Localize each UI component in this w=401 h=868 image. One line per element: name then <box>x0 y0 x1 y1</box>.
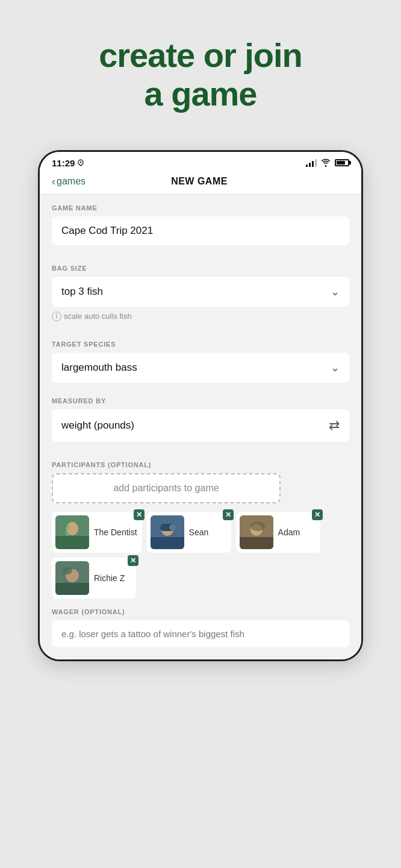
svg-point-10 <box>169 524 175 530</box>
measured-by-label: MEASURED BY <box>52 397 349 404</box>
avatar <box>55 515 89 549</box>
add-participants-button[interactable]: add participants to game <box>52 473 281 503</box>
hero-section: create or join a game <box>0 0 401 138</box>
participant-name: Adam <box>278 527 300 537</box>
avatar <box>240 515 273 549</box>
svg-point-0 <box>80 162 82 163</box>
participant-name: The Dentist <box>94 527 137 537</box>
svg-point-5 <box>65 531 70 536</box>
bag-size-section: BAG SIZE top 3 fish ⌄ i scale auto culls… <box>40 255 361 321</box>
svg-rect-17 <box>55 583 89 595</box>
svg-rect-4 <box>55 536 89 549</box>
location-icon <box>77 159 84 166</box>
chevron-down-icon: ⌄ <box>331 361 340 374</box>
remove-participant-button[interactable]: ✕ <box>128 555 138 566</box>
wager-label: WAGER (optional) <box>52 608 349 615</box>
chevron-down-icon: ⌄ <box>331 285 340 298</box>
phone-content: GAME NAME BAG SIZE top 3 fish ⌄ i scale … <box>40 195 361 659</box>
participant-name: Richie Z <box>94 573 125 583</box>
hero-title: create or join a game <box>24 36 377 114</box>
measured-by-section: MEASURED BY weight (pounds) ⇄ <box>40 388 361 442</box>
target-species-select[interactable]: largemouth bass ⌄ <box>52 353 349 383</box>
battery-icon <box>335 159 349 166</box>
participant-card: Richie Z ✕ <box>52 558 136 599</box>
target-species-section: TARGET SPECIES largemouth bass ⌄ <box>40 331 361 383</box>
game-name-section: GAME NAME <box>40 195 361 255</box>
signal-icon <box>306 159 317 167</box>
participants-section: PARTICIPANTS (optional) add participants… <box>40 451 361 599</box>
toggle-icon: ⇄ <box>329 418 340 433</box>
measured-by-toggle[interactable]: weight (pounds) ⇄ <box>52 409 349 442</box>
remove-participant-button[interactable]: ✕ <box>223 509 234 520</box>
adam-avatar-img <box>240 515 273 549</box>
nav-title: NEW GAME <box>85 176 313 187</box>
bag-size-info: i scale auto culls fish <box>52 312 349 321</box>
wifi-icon <box>320 159 331 167</box>
sean-avatar-img <box>151 515 184 549</box>
wager-section: WAGER (optional) <box>40 599 361 647</box>
svg-rect-9 <box>151 537 184 549</box>
info-icon: i <box>52 312 61 321</box>
status-time: 11:29 <box>52 158 84 168</box>
back-chevron-icon: ‹ <box>52 175 55 188</box>
participant-card: The Dentist ✕ <box>52 512 142 553</box>
status-icons <box>306 159 349 167</box>
svg-point-18 <box>63 567 72 574</box>
status-bar: 11:29 <box>40 152 361 171</box>
remove-participant-button[interactable]: ✕ <box>134 509 145 520</box>
svg-rect-13 <box>240 537 273 549</box>
nav-bar: ‹ games NEW GAME <box>40 171 361 195</box>
target-species-label: TARGET SPECIES <box>52 341 349 348</box>
richie-avatar-img <box>55 561 89 595</box>
participant-card: Sean ✕ <box>147 512 231 553</box>
svg-point-3 <box>67 525 70 530</box>
svg-point-14 <box>250 521 265 531</box>
remove-participant-button[interactable]: ✕ <box>312 509 323 520</box>
game-name-label: GAME NAME <box>52 204 349 212</box>
participants-grid: The Dentist ✕ Sean <box>52 512 349 599</box>
avatar <box>55 561 89 595</box>
back-button[interactable]: ‹ games <box>52 175 85 188</box>
bag-size-label: BAG SIZE <box>52 265 349 272</box>
dentist-avatar-img <box>55 515 89 549</box>
phone-frame: 11:29 ‹ games NEW GAME <box>38 150 363 661</box>
avatar <box>151 515 184 549</box>
wager-input[interactable] <box>52 620 349 647</box>
bag-size-select[interactable]: top 3 fish ⌄ <box>52 277 349 307</box>
game-name-input[interactable] <box>52 216 349 245</box>
participants-label: PARTICIPANTS (optional) <box>52 461 349 468</box>
participant-card: Adam ✕ <box>236 512 320 553</box>
participant-name: Sean <box>189 527 209 537</box>
